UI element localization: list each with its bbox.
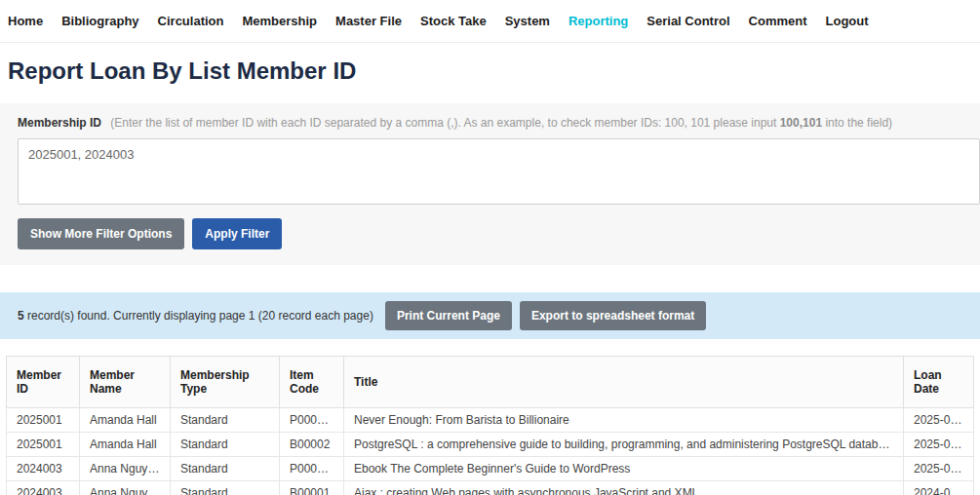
loan-table: Member IDMember NameMembership TypeItem … bbox=[6, 356, 974, 495]
table-header-row: Member IDMember NameMembership TypeItem … bbox=[7, 357, 974, 408]
nav-item-bibliography[interactable]: Bibliography bbox=[61, 14, 138, 28]
cell-title: PostgreSQL : a comprehensive guide to bu… bbox=[344, 433, 904, 457]
nav-item-comment[interactable]: Comment bbox=[749, 14, 807, 28]
nav-item-stock-take[interactable]: Stock Take bbox=[420, 14, 487, 28]
nav-item-system[interactable]: System bbox=[505, 14, 550, 28]
hint-prefix: (Enter the list of member ID with each I… bbox=[110, 116, 779, 130]
cell-member-name: Amanda Hall bbox=[80, 408, 171, 433]
column-header-member-name: Member Name bbox=[80, 357, 171, 408]
table-body: 2025001Amanda HallStandardP00027SNever E… bbox=[7, 408, 974, 495]
cell-loan-date: 2024-06-07 bbox=[904, 481, 974, 495]
cell-membership-type: Standard bbox=[171, 433, 280, 457]
record-summary-text: record(s) found. Currently displaying pa… bbox=[24, 309, 373, 323]
page-title: Report Loan By List Member ID bbox=[0, 43, 980, 103]
table-row: 2025001Amanda HallStandardB00002PostgreS… bbox=[7, 433, 974, 457]
filter-buttons: Show More Filter Options Apply Filter bbox=[18, 218, 980, 249]
cell-membership-type: Standard bbox=[171, 457, 280, 481]
cell-loan-date: 2025-03-07 bbox=[904, 457, 974, 481]
print-current-page-button[interactable]: Print Current Page bbox=[385, 301, 512, 330]
cell-item-code: B00002 bbox=[280, 433, 344, 457]
cell-member-name: Amanda Hall bbox=[80, 433, 171, 457]
record-count: 5 bbox=[18, 309, 24, 323]
cell-item-code: P00027S bbox=[280, 408, 344, 433]
nav-item-membership[interactable]: Membership bbox=[242, 14, 317, 28]
cell-member-id: 2025001 bbox=[7, 408, 80, 433]
cell-member-id: 2024003 bbox=[7, 481, 80, 495]
column-header-member-id: Member ID bbox=[7, 357, 80, 408]
filter-label-row: Membership ID (Enter the list of member … bbox=[0, 116, 980, 130]
column-header-title: Title bbox=[344, 357, 904, 408]
filter-panel: Membership ID (Enter the list of member … bbox=[0, 103, 980, 265]
table-row: 2025001Amanda HallStandardP00027SNever E… bbox=[7, 408, 974, 433]
hint-example: 100,101 bbox=[780, 116, 822, 130]
cell-member-name: Anna Nguyen bbox=[80, 481, 171, 495]
column-header-item-code: Item Code bbox=[280, 357, 344, 408]
nav-item-master-file[interactable]: Master File bbox=[335, 14, 402, 28]
main-nav: HomeBibliographyCirculationMembershipMas… bbox=[0, 0, 980, 43]
table-row: 2024003Anna NguyenStandardP00003SEbook T… bbox=[7, 457, 974, 481]
results-summary: 5 record(s) found. Currently displaying … bbox=[18, 309, 373, 323]
cell-loan-date: 2025-03-07 bbox=[904, 433, 974, 457]
cell-loan-date: 2025-03-10 bbox=[904, 408, 974, 433]
membership-id-hint: (Enter the list of member ID with each I… bbox=[110, 116, 892, 130]
apply-filter-button[interactable]: Apply Filter bbox=[192, 218, 282, 249]
cell-title: Ebook The Complete Beginner's Guide to W… bbox=[344, 457, 904, 481]
hint-suffix: into the field) bbox=[822, 116, 892, 130]
cell-membership-type: Standard bbox=[171, 408, 280, 433]
nav-item-logout[interactable]: Logout bbox=[826, 14, 869, 28]
membership-id-label: Membership ID bbox=[18, 116, 101, 130]
cell-item-code: B00001 bbox=[280, 481, 344, 495]
cell-member-id: 2025001 bbox=[7, 433, 80, 457]
cell-title: Never Enough: From Barista to Billionair… bbox=[344, 408, 904, 433]
nav-item-home[interactable]: Home bbox=[8, 14, 43, 28]
cell-membership-type: Standard bbox=[171, 481, 280, 495]
nav-item-reporting[interactable]: Reporting bbox=[568, 14, 628, 28]
nav-item-circulation[interactable]: Circulation bbox=[158, 14, 224, 28]
cell-title: Ajax : creating Web pages with asynchron… bbox=[344, 481, 904, 495]
show-more-filters-button[interactable]: Show More Filter Options bbox=[18, 218, 184, 249]
results-bar: 5 record(s) found. Currently displaying … bbox=[0, 292, 980, 339]
cell-member-name: Anna Nguyen bbox=[80, 457, 171, 481]
column-header-loan-date: Loan Date bbox=[904, 357, 974, 408]
nav-item-serial-control[interactable]: Serial Control bbox=[647, 14, 729, 28]
export-spreadsheet-button[interactable]: Export to spreadsheet format bbox=[520, 301, 706, 330]
column-header-membership-type: Membership Type bbox=[171, 357, 280, 408]
cell-item-code: P00003S bbox=[280, 457, 344, 481]
membership-id-textarea[interactable]: 2025001, 2024003 bbox=[18, 138, 980, 205]
cell-member-id: 2024003 bbox=[7, 457, 80, 481]
table-row: 2024003Anna NguyenStandardB00001Ajax : c… bbox=[7, 481, 974, 495]
